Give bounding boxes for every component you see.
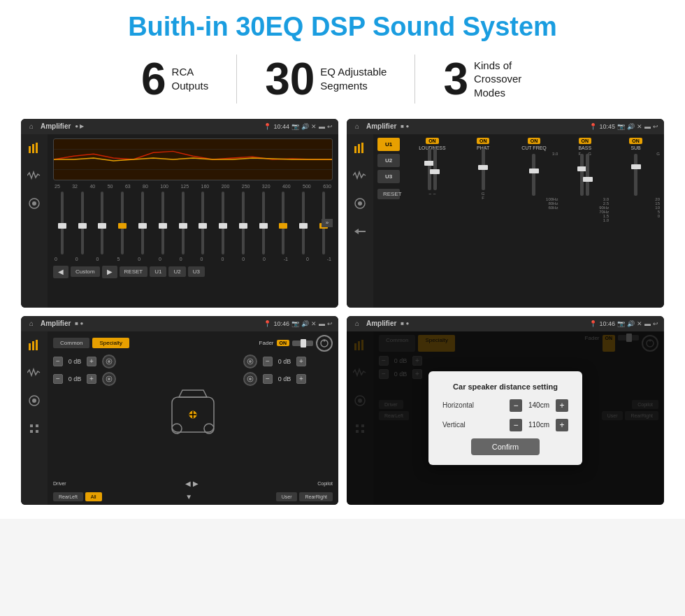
- fader-db-row-1: − 0 dB +: [53, 354, 143, 368]
- fader-db2-minus[interactable]: −: [53, 374, 63, 384]
- eq-slider-2[interactable]: [73, 192, 92, 255]
- eq-slider-10[interactable]: [234, 192, 252, 255]
- freq-200: 200: [222, 184, 230, 189]
- eq-slider-12[interactable]: [275, 192, 293, 255]
- cutfreq-label: CUT FREQ: [521, 145, 547, 150]
- phat-slider[interactable]: [482, 148, 485, 190]
- fader-tab-specialty[interactable]: Specialty: [92, 338, 129, 348]
- fader-db1-minus[interactable]: −: [53, 357, 63, 366]
- dialog-vertical-minus[interactable]: −: [510, 419, 522, 431]
- cross-u1-btn[interactable]: U1: [377, 138, 400, 151]
- dialog-horizontal-label: Horizontal: [442, 401, 484, 409]
- eq-main-panel: 25 32 40 50 63 80 100 125 160 200 250 32…: [48, 134, 338, 308]
- bass-on[interactable]: ON: [579, 138, 592, 144]
- sub-slider[interactable]: [634, 154, 637, 196]
- cross-sidebar-eq[interactable]: [351, 138, 369, 157]
- eq-reset-btn[interactable]: RESET: [120, 266, 148, 277]
- bass-slider-2[interactable]: [586, 154, 589, 196]
- dialog-vertical-plus[interactable]: +: [556, 419, 568, 431]
- fader-on-badge[interactable]: ON: [277, 340, 290, 346]
- fader-knob[interactable]: [316, 335, 333, 352]
- fader-db4-plus[interactable]: +: [296, 374, 306, 384]
- cutfreq-slider[interactable]: [532, 154, 535, 196]
- fader-sidebar-speaker[interactable]: [25, 392, 43, 410]
- fader-slider[interactable]: [292, 341, 313, 346]
- fader-rearleft-btn[interactable]: RearLeft: [53, 492, 83, 501]
- cross-sub: ON SUB G 20151050: [612, 138, 660, 222]
- dialog-volume-icon: 🔊: [627, 320, 635, 327]
- fader-db3-minus[interactable]: −: [263, 357, 273, 366]
- cross-cutfreq: ON CUT FREQ 3.0 100Hz80Hz60Hz: [510, 138, 558, 222]
- bass-slider-1[interactable]: [580, 154, 584, 196]
- eq-u1-btn[interactable]: U1: [150, 266, 166, 277]
- eq-time: 10:44: [273, 123, 289, 130]
- fader-volume-icon: 🔊: [301, 320, 309, 327]
- dialog-horizontal-minus[interactable]: −: [510, 399, 522, 412]
- eq-u3-btn[interactable]: U3: [188, 266, 205, 277]
- eq-u2-btn[interactable]: U2: [168, 266, 185, 277]
- fader-slider-thumb[interactable]: [301, 339, 306, 348]
- eq-screen-content: 25 32 40 50 63 80 100 125 160 200 250 32…: [21, 134, 338, 308]
- dialog-confirm-button[interactable]: Confirm: [471, 438, 540, 455]
- eq-next-arrow[interactable]: ▶: [102, 266, 117, 278]
- eq-slider-4[interactable]: [113, 192, 131, 255]
- fader-speaker-4: [243, 372, 257, 386]
- eq-prev-arrow[interactable]: ◀: [53, 266, 68, 278]
- dialog-topbar: ⌂ Amplifier ■ ● 📍 10:46 📷 🔊 ✕ ▬ ↩: [347, 316, 664, 331]
- home-icon[interactable]: ⌂: [27, 122, 36, 131]
- fader-sidebar-wave[interactable]: [25, 364, 43, 382]
- fader-rearright-btn[interactable]: RearRight: [299, 492, 333, 501]
- eq-slider-13[interactable]: [294, 192, 312, 255]
- phat-on[interactable]: ON: [477, 138, 490, 144]
- fader-db3-plus[interactable]: +: [296, 357, 306, 366]
- eq-slider-1[interactable]: [53, 192, 71, 255]
- loudness-slider-2[interactable]: [433, 148, 437, 190]
- eq-slider-8[interactable]: [194, 192, 212, 255]
- eq-slider-7[interactable]: [174, 192, 192, 255]
- dialog-vertical-val: 110cm: [525, 421, 553, 429]
- fader-db4-minus[interactable]: −: [263, 374, 273, 384]
- eq-slider-9[interactable]: [214, 192, 232, 255]
- fader-all-btn[interactable]: All: [85, 492, 102, 501]
- fader-user-btn[interactable]: User: [276, 492, 298, 501]
- eq-slider-6[interactable]: [154, 192, 172, 255]
- fader-sidebar-eq[interactable]: [25, 336, 43, 354]
- eq-slider-11[interactable]: [254, 192, 273, 255]
- dialog-home-icon[interactable]: ⌂: [352, 319, 362, 329]
- eq-slider-5[interactable]: [134, 192, 152, 255]
- back-icon: ↩: [327, 123, 333, 130]
- dialog-topbar-icons: 📍 10:46 📷 🔊 ✕ ▬ ↩: [589, 320, 658, 327]
- dialog-horizontal-plus[interactable]: +: [556, 399, 568, 412]
- fader-time: 10:46: [273, 320, 289, 327]
- fader-db2-plus[interactable]: +: [87, 374, 96, 384]
- fader-content-row: − 0 dB + − 0 dB +: [53, 354, 333, 475]
- fader-topbar-title: Amplifier: [41, 320, 71, 327]
- eq-sidebar-equalizer[interactable]: [25, 138, 43, 157]
- eq-sidebar-speaker[interactable]: [25, 194, 43, 213]
- fader-tab-common[interactable]: Common: [53, 338, 89, 348]
- fader-arrow-down[interactable]: ▼: [185, 493, 192, 501]
- cross-sidebar-speaker[interactable]: [351, 194, 369, 213]
- eq-sidebar-waveform[interactable]: [25, 166, 43, 185]
- cross-home-icon[interactable]: ⌂: [352, 122, 362, 131]
- eq-scroll-right[interactable]: »: [322, 219, 333, 227]
- cross-reset-btn[interactable]: RESET: [377, 189, 400, 199]
- fader-sidebar-expand[interactable]: [25, 420, 43, 438]
- fader-db1-plus[interactable]: +: [87, 357, 96, 366]
- cross-sidebar-arrows[interactable]: [351, 222, 369, 241]
- eq-bottom-bar: ◀ Custom ▶ RESET U1 U2 U3: [53, 266, 333, 278]
- eq-slider-3[interactable]: [94, 192, 112, 255]
- cross-u2-btn[interactable]: U2: [377, 154, 400, 167]
- fader-arrow-left[interactable]: ◀: [185, 480, 191, 487]
- loudness-on[interactable]: ON: [426, 138, 439, 144]
- fader-arrow-right[interactable]: ▶: [193, 480, 199, 487]
- dialog-vertical-label: Vertical: [442, 421, 484, 429]
- cross-u3-btn[interactable]: U3: [377, 170, 400, 183]
- fader-home-icon[interactable]: ⌂: [27, 319, 36, 329]
- freq-25: 25: [55, 184, 60, 189]
- cross-sidebar-wave[interactable]: [351, 166, 369, 185]
- sub-on[interactable]: ON: [629, 138, 642, 144]
- cutfreq-on[interactable]: ON: [528, 138, 541, 144]
- cross-time: 10:45: [599, 123, 615, 130]
- eq-scroll-arrows[interactable]: »: [322, 219, 333, 227]
